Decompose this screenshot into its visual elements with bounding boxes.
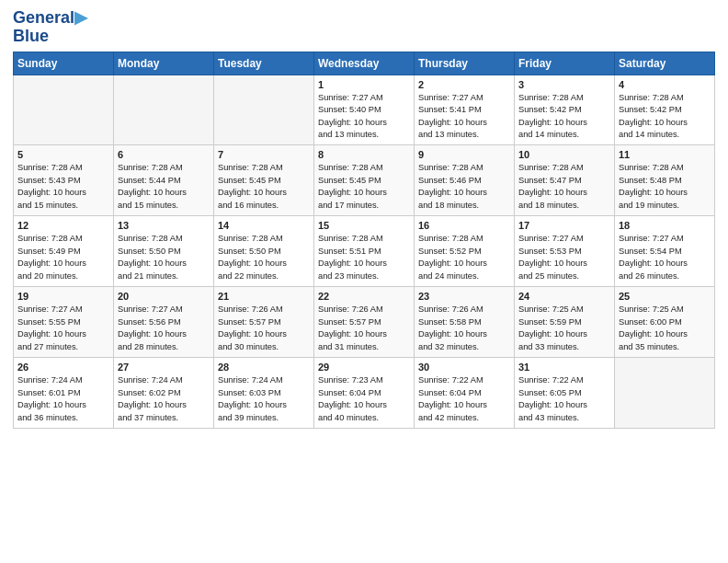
day-number: 9 [418,149,510,160]
day-number: 28 [218,362,310,373]
day-cell [114,75,214,145]
day-number: 4 [619,79,711,90]
day-cell: 16Sunrise: 7:28 AM Sunset: 5:52 PM Dayli… [415,216,515,287]
day-number: 10 [518,149,610,160]
week-row-2: 12Sunrise: 7:28 AM Sunset: 5:49 PM Dayli… [14,216,715,287]
day-cell: 22Sunrise: 7:26 AM Sunset: 5:57 PM Dayli… [314,287,415,358]
day-cell: 5Sunrise: 7:28 AM Sunset: 5:43 PM Daylig… [14,145,114,216]
day-info: Sunrise: 7:28 AM Sunset: 5:50 PM Dayligh… [218,233,310,282]
day-cell: 13Sunrise: 7:28 AM Sunset: 5:50 PM Dayli… [114,216,214,287]
day-number: 27 [118,362,210,373]
day-cell: 2Sunrise: 7:27 AM Sunset: 5:41 PM Daylig… [415,75,515,145]
day-info: Sunrise: 7:26 AM Sunset: 5:57 PM Dayligh… [218,304,310,353]
col-header-thursday: Thursday [415,52,515,75]
week-row-4: 26Sunrise: 7:24 AM Sunset: 6:01 PM Dayli… [14,358,715,429]
col-header-wednesday: Wednesday [314,52,415,75]
day-cell: 26Sunrise: 7:24 AM Sunset: 6:01 PM Dayli… [14,358,114,429]
day-info: Sunrise: 7:28 AM Sunset: 5:46 PM Dayligh… [418,162,510,212]
day-number: 14 [218,220,310,231]
day-cell: 14Sunrise: 7:28 AM Sunset: 5:50 PM Dayli… [214,216,314,287]
day-cell: 28Sunrise: 7:24 AM Sunset: 6:03 PM Dayli… [214,358,314,429]
day-cell: 8Sunrise: 7:28 AM Sunset: 5:45 PM Daylig… [314,145,415,216]
day-number: 22 [318,291,410,302]
logo: General▶Blue [13,9,87,46]
day-cell: 27Sunrise: 7:24 AM Sunset: 6:02 PM Dayli… [114,358,214,429]
day-cell: 12Sunrise: 7:28 AM Sunset: 5:49 PM Dayli… [14,216,114,287]
day-info: Sunrise: 7:27 AM Sunset: 5:54 PM Dayligh… [619,233,711,282]
day-info: Sunrise: 7:28 AM Sunset: 5:45 PM Dayligh… [318,162,410,212]
day-info: Sunrise: 7:28 AM Sunset: 5:44 PM Dayligh… [118,162,210,212]
day-number: 5 [17,149,109,160]
day-cell [214,75,314,145]
header-row: SundayMondayTuesdayWednesdayThursdayFrid… [14,52,715,75]
day-cell: 24Sunrise: 7:25 AM Sunset: 5:59 PM Dayli… [515,287,615,358]
day-cell: 15Sunrise: 7:28 AM Sunset: 5:51 PM Dayli… [314,216,415,287]
week-row-1: 5Sunrise: 7:28 AM Sunset: 5:43 PM Daylig… [14,145,715,216]
day-info: Sunrise: 7:25 AM Sunset: 5:59 PM Dayligh… [518,304,610,353]
day-info: Sunrise: 7:24 AM Sunset: 6:02 PM Dayligh… [118,374,210,424]
day-number: 1 [318,79,410,90]
day-info: Sunrise: 7:27 AM Sunset: 5:40 PM Dayligh… [318,92,410,142]
day-info: Sunrise: 7:28 AM Sunset: 5:48 PM Dayligh… [619,162,711,212]
day-info: Sunrise: 7:27 AM Sunset: 5:41 PM Dayligh… [418,92,510,142]
logo-text: General▶Blue [13,9,87,46]
day-cell: 3Sunrise: 7:28 AM Sunset: 5:42 PM Daylig… [515,75,615,145]
day-info: Sunrise: 7:28 AM Sunset: 5:42 PM Dayligh… [518,92,610,142]
day-info: Sunrise: 7:22 AM Sunset: 6:04 PM Dayligh… [418,374,510,424]
day-number: 25 [619,291,711,302]
day-info: Sunrise: 7:28 AM Sunset: 5:51 PM Dayligh… [318,233,410,282]
day-number: 26 [17,362,109,373]
day-info: Sunrise: 7:26 AM Sunset: 5:58 PM Dayligh… [418,304,510,353]
day-cell: 25Sunrise: 7:25 AM Sunset: 6:00 PM Dayli… [615,287,715,358]
day-info: Sunrise: 7:27 AM Sunset: 5:56 PM Dayligh… [118,304,210,353]
day-info: Sunrise: 7:28 AM Sunset: 5:45 PM Dayligh… [218,162,310,212]
day-number: 8 [318,149,410,160]
day-cell: 30Sunrise: 7:22 AM Sunset: 6:04 PM Dayli… [415,358,515,429]
day-number: 29 [318,362,410,373]
day-cell: 20Sunrise: 7:27 AM Sunset: 5:56 PM Dayli… [114,287,214,358]
day-cell [615,358,715,429]
day-number: 11 [619,149,711,160]
header: General▶Blue [13,9,715,46]
day-number: 19 [17,291,109,302]
day-cell: 7Sunrise: 7:28 AM Sunset: 5:45 PM Daylig… [214,145,314,216]
day-number: 23 [418,291,510,302]
day-cell: 4Sunrise: 7:28 AM Sunset: 5:42 PM Daylig… [615,75,715,145]
day-info: Sunrise: 7:27 AM Sunset: 5:55 PM Dayligh… [17,304,109,353]
col-header-sunday: Sunday [14,52,114,75]
day-cell: 9Sunrise: 7:28 AM Sunset: 5:46 PM Daylig… [415,145,515,216]
day-number: 31 [518,362,610,373]
day-info: Sunrise: 7:28 AM Sunset: 5:42 PM Dayligh… [619,92,711,142]
day-info: Sunrise: 7:26 AM Sunset: 5:57 PM Dayligh… [318,304,410,353]
day-cell [14,75,114,145]
day-info: Sunrise: 7:25 AM Sunset: 6:00 PM Dayligh… [619,304,711,353]
day-number: 24 [518,291,610,302]
day-info: Sunrise: 7:24 AM Sunset: 6:01 PM Dayligh… [17,374,109,424]
day-number: 2 [418,79,510,90]
day-cell: 23Sunrise: 7:26 AM Sunset: 5:58 PM Dayli… [415,287,515,358]
day-number: 15 [318,220,410,231]
col-header-monday: Monday [114,52,214,75]
day-number: 30 [418,362,510,373]
day-number: 12 [17,220,109,231]
day-cell: 6Sunrise: 7:28 AM Sunset: 5:44 PM Daylig… [114,145,214,216]
day-number: 20 [118,291,210,302]
day-info: Sunrise: 7:28 AM Sunset: 5:47 PM Dayligh… [518,162,610,212]
day-number: 13 [118,220,210,231]
calendar: SundayMondayTuesdayWednesdayThursdayFrid… [13,52,715,429]
day-info: Sunrise: 7:22 AM Sunset: 6:05 PM Dayligh… [518,374,610,424]
day-number: 21 [218,291,310,302]
day-cell: 18Sunrise: 7:27 AM Sunset: 5:54 PM Dayli… [615,216,715,287]
day-number: 7 [218,149,310,160]
col-header-tuesday: Tuesday [214,52,314,75]
day-number: 18 [619,220,711,231]
day-number: 16 [418,220,510,231]
day-number: 3 [518,79,610,90]
day-info: Sunrise: 7:28 AM Sunset: 5:49 PM Dayligh… [17,233,109,282]
week-row-3: 19Sunrise: 7:27 AM Sunset: 5:55 PM Dayli… [14,287,715,358]
week-row-0: 1Sunrise: 7:27 AM Sunset: 5:40 PM Daylig… [14,75,715,145]
day-cell: 10Sunrise: 7:28 AM Sunset: 5:47 PM Dayli… [515,145,615,216]
day-number: 6 [118,149,210,160]
day-cell: 17Sunrise: 7:27 AM Sunset: 5:53 PM Dayli… [515,216,615,287]
col-header-friday: Friday [515,52,615,75]
